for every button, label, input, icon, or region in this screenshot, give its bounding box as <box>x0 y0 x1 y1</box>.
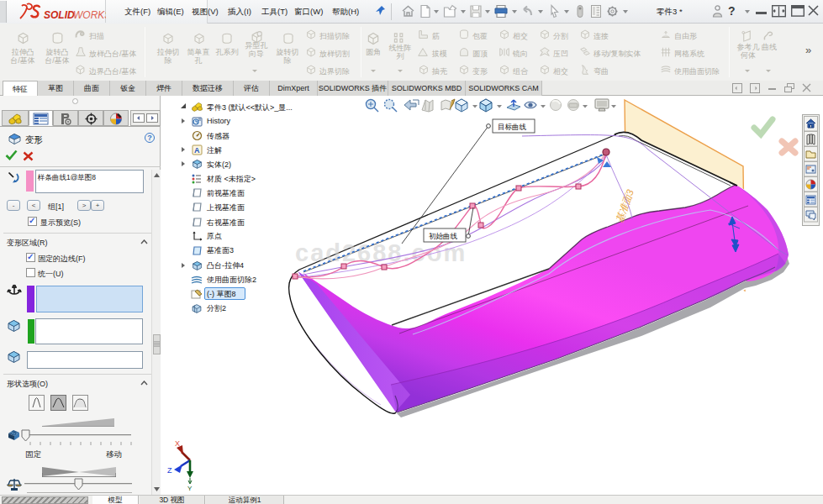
svg-text:X: X <box>175 439 180 448</box>
svg-text:SOLID: SOLID <box>44 9 75 21</box>
svg-text:A: A <box>194 146 200 155</box>
svg-text:初始曲线: 初始曲线 <box>429 232 458 240</box>
svg-text:WORKS: WORKS <box>73 9 106 21</box>
svg-text:Z: Z <box>167 466 172 475</box>
svg-text:目标曲线: 目标曲线 <box>498 123 527 131</box>
svg-text:Y: Y <box>187 485 193 492</box>
